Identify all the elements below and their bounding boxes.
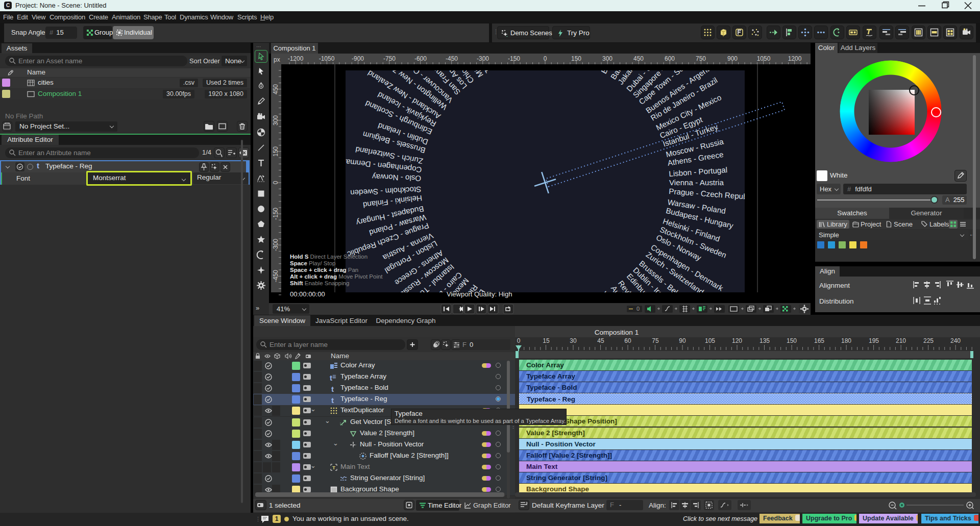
svg-text:Space + click + drag Pan: Space + click + drag Pan [290, 267, 358, 273]
svg-text:0: 0 [636, 306, 640, 312]
svg-text:0: 0 [517, 337, 521, 344]
svg-text:00:00:00:00: 00:00:00:00 [290, 290, 325, 298]
svg-text:195: 195 [869, 337, 879, 344]
svg-text:-750: -750 [383, 55, 396, 62]
svg-text:1050: 1050 [757, 55, 771, 62]
svg-text:Alt + click + drag Move Pivot: Alt + click + drag Move Pivot Point [290, 273, 383, 280]
svg-text:180: 180 [841, 337, 851, 344]
svg-text:T: T [332, 465, 335, 470]
svg-text:210: 210 [896, 337, 906, 344]
svg-text:900: 900 [727, 55, 738, 62]
svg-text:90: 90 [679, 337, 686, 344]
svg-text:Viewport Quality: High: Viewport Quality: High [447, 290, 512, 298]
svg-text:240: 240 [950, 337, 961, 344]
svg-text:45: 45 [597, 337, 604, 344]
svg-text:Vienna - Austria: Vienna - Austria [669, 178, 724, 187]
svg-text:Oslo - Norway: Oslo - Norway [372, 172, 421, 183]
svg-text:Shift Enable Snapping: Shift Enable Snapping [290, 280, 349, 286]
svg-text:Space Play/ Stop: Space Play/ Stop [290, 260, 336, 266]
svg-text:225: 225 [923, 337, 934, 344]
svg-text:30: 30 [570, 337, 577, 344]
svg-text:165: 165 [814, 337, 824, 344]
svg-text:105: 105 [705, 337, 715, 344]
svg-text:150: 150 [787, 337, 797, 344]
svg-text:120: 120 [732, 337, 742, 344]
svg-text:Hold S Direct Layer Selection: Hold S Direct Layer Selection [290, 254, 368, 260]
svg-text:-600: -600 [414, 55, 427, 62]
svg-text:135: 135 [760, 337, 770, 344]
svg-text:15: 15 [543, 337, 550, 344]
svg-text:60: 60 [624, 337, 631, 344]
svg-text:px: px [274, 56, 280, 63]
svg-text:75: 75 [652, 337, 659, 344]
